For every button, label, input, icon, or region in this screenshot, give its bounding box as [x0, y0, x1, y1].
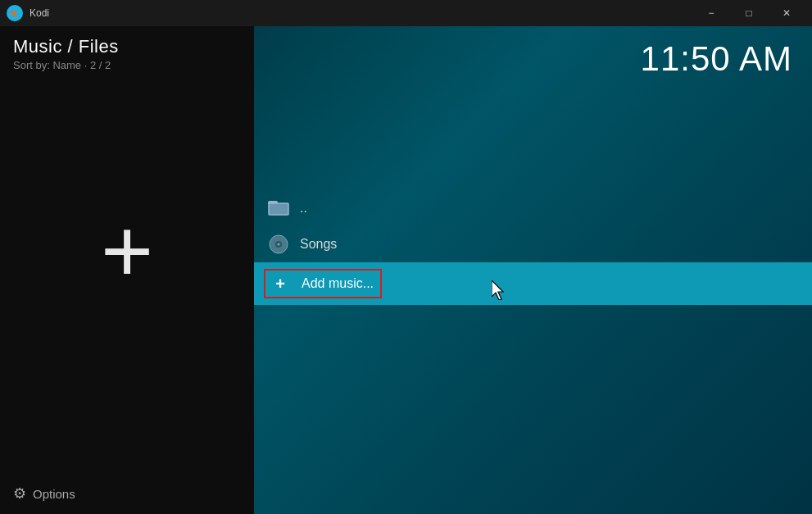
options-label: Options	[33, 487, 75, 501]
add-music-box: + Add music...	[264, 269, 382, 298]
titlebar-controls: − □ ✕	[692, 0, 805, 26]
parent-dir-label: ..	[300, 201, 307, 216]
titlebar-app-name: Kodi	[29, 7, 49, 19]
minimize-button[interactable]: −	[692, 0, 730, 26]
add-music-item[interactable]: + Add music...	[254, 262, 812, 305]
folder-icon	[267, 197, 290, 220]
close-button[interactable]: ✕	[768, 0, 805, 26]
kodi-logo-icon: K	[7, 5, 23, 21]
breadcrumb: Music / Files	[13, 36, 241, 57]
svg-text:K: K	[11, 7, 19, 20]
add-plus-icon: +	[269, 272, 292, 295]
plus-icon: +	[101, 206, 153, 296]
left-panel-header: Music / Files Sort by: Name · 2 / 2	[0, 26, 254, 78]
add-source-button[interactable]: +	[0, 78, 254, 473]
options-button[interactable]: ⚙ Options	[0, 473, 254, 514]
svg-rect-5	[270, 204, 288, 214]
sort-info: Sort by: Name · 2 / 2	[13, 59, 241, 71]
svg-point-8	[278, 243, 280, 246]
titlebar: K Kodi − □ ✕	[0, 0, 812, 26]
add-music-label: Add music...	[302, 276, 374, 291]
clock: 11:50 AM	[641, 39, 792, 79]
songs-label: Songs	[300, 237, 337, 252]
list-item[interactable]: Songs	[254, 226, 812, 262]
right-panel: 11:50 AM ..	[254, 26, 812, 514]
list-item[interactable]: ..	[254, 190, 812, 226]
file-list: .. Songs + Add m	[254, 190, 812, 305]
left-panel: Music / Files Sort by: Name · 2 / 2 + ⚙ …	[0, 26, 254, 514]
music-icon	[267, 233, 290, 256]
main-layout: Music / Files Sort by: Name · 2 / 2 + ⚙ …	[0, 26, 812, 514]
maximize-button[interactable]: □	[730, 0, 768, 26]
gear-icon: ⚙	[13, 484, 26, 503]
titlebar-left: K Kodi	[7, 5, 49, 21]
